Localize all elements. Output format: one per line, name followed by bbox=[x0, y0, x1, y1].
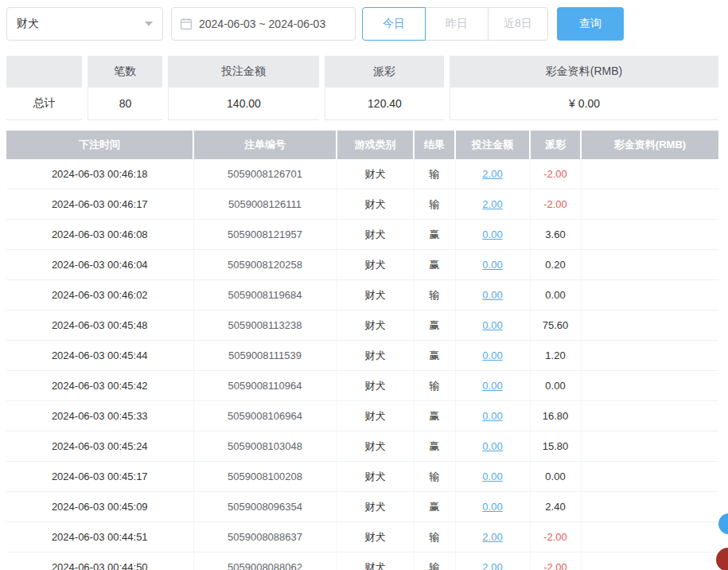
table-row: 2024-06-03 00:46:18 5059008126701 财犬 输 2… bbox=[6, 159, 718, 189]
game-type-cell: 财犬 bbox=[337, 462, 414, 492]
bet-time-cell: 2024-06-03 00:45:42 bbox=[6, 371, 193, 401]
summary-header-bet-amount: 投注金额 bbox=[168, 56, 319, 88]
bet-amount-cell: 0.00 bbox=[455, 220, 530, 250]
bonus-cell bbox=[581, 280, 718, 310]
game-type-cell: 财犬 bbox=[337, 220, 414, 250]
table-row: 2024-06-03 00:46:02 5059008119684 财犬 输 0… bbox=[6, 280, 718, 310]
summary-total-payout: 120.40 bbox=[325, 88, 444, 120]
game-type-cell: 财犬 bbox=[337, 401, 414, 431]
order-no-cell: 5059008096354 bbox=[193, 492, 337, 522]
bet-time-cell: 2024-06-03 00:45:24 bbox=[6, 431, 193, 462]
last-8-days-button[interactable]: 近8日 bbox=[488, 7, 548, 41]
order-no-cell: 5059008088637 bbox=[193, 522, 337, 552]
summary-table: 笔数 投注金额 派彩 彩金资料(RMB) 总计 80 140.00 120.40… bbox=[6, 56, 718, 120]
bet-amount-link[interactable]: 0.00 bbox=[482, 440, 502, 452]
summary-total-label: 总计 bbox=[6, 88, 82, 120]
bonus-cell bbox=[581, 220, 718, 250]
payout-cell: 16.80 bbox=[530, 401, 581, 431]
result-cell: 输 bbox=[414, 552, 455, 570]
summary-total-count: 80 bbox=[88, 88, 162, 120]
date-range-picker[interactable]: 2024-06-03 ~ 2024-06-03 bbox=[171, 7, 356, 41]
table-row: 2024-06-03 00:45:09 5059008096354 财犬 赢 0… bbox=[6, 492, 718, 522]
result-cell: 输 bbox=[414, 159, 455, 189]
bet-time-cell: 2024-06-03 00:44:51 bbox=[6, 522, 193, 552]
yesterday-button[interactable]: 昨日 bbox=[425, 7, 489, 41]
bet-amount-link[interactable]: 0.00 bbox=[482, 380, 502, 392]
summary-total-bonus: ¥ 0.00 bbox=[450, 88, 718, 120]
table-row: 2024-06-03 00:45:44 5059008111539 财犬 赢 0… bbox=[6, 341, 718, 371]
column-header-payout: 派彩 bbox=[530, 131, 581, 159]
bet-time-cell: 2024-06-03 00:45:33 bbox=[6, 401, 193, 431]
bonus-cell bbox=[581, 189, 718, 220]
result-cell: 赢 bbox=[414, 341, 455, 371]
bets-table-body: 2024-06-03 00:46:18 5059008126701 财犬 输 2… bbox=[6, 159, 718, 570]
bet-amount-link[interactable]: 0.00 bbox=[482, 470, 502, 482]
bet-time-cell: 2024-06-03 00:46:17 bbox=[6, 189, 193, 220]
bet-time-cell: 2024-06-03 00:45:44 bbox=[6, 341, 193, 371]
bet-amount-link[interactable]: 2.00 bbox=[482, 561, 502, 570]
summary-header-payout: 派彩 bbox=[325, 56, 444, 88]
result-cell: 赢 bbox=[414, 310, 455, 341]
table-row: 2024-06-03 00:45:33 5059008106964 财犬 赢 0… bbox=[6, 401, 718, 431]
bet-time-cell: 2024-06-03 00:46:04 bbox=[6, 250, 193, 280]
today-button[interactable]: 今日 bbox=[362, 7, 426, 41]
bet-amount-link[interactable]: 0.00 bbox=[482, 228, 502, 240]
bet-amount-cell: 0.00 bbox=[455, 250, 530, 280]
payout-cell: 0.20 bbox=[530, 250, 581, 280]
bet-amount-link[interactable]: 0.00 bbox=[482, 259, 502, 271]
game-type-cell: 财犬 bbox=[337, 159, 414, 189]
bonus-cell bbox=[581, 371, 718, 401]
bet-amount-link[interactable]: 0.00 bbox=[482, 319, 502, 331]
bonus-cell bbox=[581, 552, 718, 570]
table-row: 2024-06-03 00:44:50 5059008088062 财犬 输 2… bbox=[6, 552, 718, 570]
result-cell: 输 bbox=[414, 522, 455, 552]
game-select[interactable]: 财犬 bbox=[6, 7, 163, 41]
result-cell: 输 bbox=[414, 189, 455, 220]
payout-cell: 0.00 bbox=[530, 371, 581, 401]
bet-amount-link[interactable]: 0.00 bbox=[482, 289, 502, 301]
table-row: 2024-06-03 00:45:24 5059008103048 财犬 赢 0… bbox=[6, 431, 718, 462]
payout-cell: 0.00 bbox=[530, 462, 581, 492]
game-select-value: 财犬 bbox=[17, 17, 39, 31]
game-type-cell: 财犬 bbox=[337, 341, 414, 371]
column-header-bonus: 彩金资料(RMB) bbox=[581, 131, 718, 159]
payout-cell: 2.40 bbox=[530, 492, 581, 522]
bonus-cell bbox=[581, 522, 718, 552]
bet-amount-cell: 2.00 bbox=[455, 159, 530, 189]
order-no-cell: 5059008111539 bbox=[193, 341, 337, 371]
bet-amount-cell: 0.00 bbox=[455, 401, 530, 431]
bet-amount-link[interactable]: 0.00 bbox=[482, 501, 502, 513]
bet-time-cell: 2024-06-03 00:46:02 bbox=[6, 280, 193, 310]
table-row: 2024-06-03 00:45:42 5059008110964 财犬 输 0… bbox=[6, 371, 718, 401]
query-button[interactable]: 查询 bbox=[557, 7, 624, 41]
bet-amount-link[interactable]: 0.00 bbox=[482, 349, 502, 361]
order-no-cell: 5059008103048 bbox=[193, 431, 337, 462]
bet-amount-link[interactable]: 2.00 bbox=[482, 168, 502, 180]
result-cell: 输 bbox=[414, 280, 455, 310]
bet-time-cell: 2024-06-03 00:46:18 bbox=[6, 159, 193, 189]
order-no-cell: 5059008119684 bbox=[193, 280, 337, 310]
bet-amount-link[interactable]: 2.00 bbox=[482, 198, 502, 210]
bet-time-cell: 2024-06-03 00:45:48 bbox=[6, 310, 193, 341]
payout-cell: 1.20 bbox=[530, 341, 581, 371]
bet-time-cell: 2024-06-03 00:45:09 bbox=[6, 492, 193, 522]
payout-cell: 0.00 bbox=[530, 280, 581, 310]
payout-cell: 15.80 bbox=[530, 431, 581, 462]
order-no-cell: 5059008113238 bbox=[193, 310, 337, 341]
column-header-result: 结果 bbox=[414, 131, 455, 159]
result-cell: 赢 bbox=[414, 401, 455, 431]
summary-header-row: 笔数 投注金额 派彩 彩金资料(RMB) bbox=[6, 56, 718, 88]
result-cell: 赢 bbox=[414, 250, 455, 280]
table-row: 2024-06-03 00:45:17 5059008100208 财犬 输 0… bbox=[6, 462, 718, 492]
bet-amount-link[interactable]: 2.00 bbox=[482, 531, 502, 543]
bet-amount-cell: 2.00 bbox=[455, 522, 530, 552]
bet-amount-link[interactable]: 0.00 bbox=[482, 410, 502, 422]
game-type-cell: 财犬 bbox=[337, 371, 414, 401]
summary-header-count: 笔数 bbox=[88, 56, 162, 88]
bet-amount-cell: 0.00 bbox=[455, 492, 530, 522]
order-no-cell: 5059008100208 bbox=[193, 462, 337, 492]
order-no-cell: 5059008120258 bbox=[193, 250, 337, 280]
result-cell: 赢 bbox=[414, 431, 455, 462]
floating-button-blue[interactable] bbox=[718, 513, 728, 534]
date-range-value: 2024-06-03 ~ 2024-06-03 bbox=[199, 18, 325, 30]
